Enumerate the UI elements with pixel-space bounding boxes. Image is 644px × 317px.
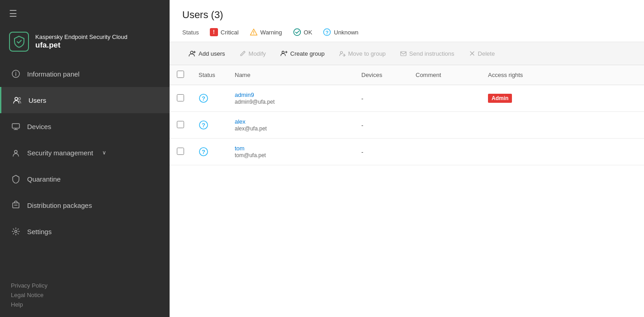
users-icon (12, 95, 22, 105)
critical-icon: ! (210, 28, 218, 36)
help-link[interactable]: Help (11, 301, 159, 308)
users-table: Status Name Devices Comment Access right… (170, 65, 644, 165)
row-access-rights (481, 139, 644, 165)
col-header-devices: Devices (354, 65, 408, 85)
sidebar-item-devices[interactable]: Devices (0, 113, 170, 139)
hamburger-menu[interactable]: ☰ (0, 0, 170, 27)
row-checkbox[interactable] (177, 121, 184, 128)
row-comment (408, 139, 481, 165)
row-devices: - (354, 112, 408, 139)
sidebar-navigation: Information panel Users D (0, 61, 170, 273)
quarantine-icon (11, 174, 21, 184)
col-header-name: Name (227, 65, 354, 85)
sidebar-item-quarantine[interactable]: Quarantine (0, 166, 170, 192)
col-header-access-rights: Access rights (481, 65, 644, 85)
row-status: ? (191, 85, 227, 112)
user-link[interactable]: alex (235, 118, 347, 125)
status-unknown: ? Unknown (323, 28, 358, 36)
row-status: ? (191, 112, 227, 139)
info-icon (11, 69, 21, 79)
brand-logo (9, 32, 29, 52)
users-table-container: Status Name Devices Comment Access right… (170, 65, 644, 317)
user-email: admin9@ufa.pet (235, 99, 347, 105)
move-icon (339, 50, 346, 57)
unknown-icon: ? (323, 28, 331, 36)
row-checkbox[interactable] (177, 148, 184, 155)
brand-domain: ufa.pet (35, 41, 128, 50)
privacy-policy-link[interactable]: Privacy Policy (11, 282, 159, 289)
add-user-icon (189, 50, 196, 57)
sidebar-item-security-management[interactable]: Security management ∨ (0, 139, 170, 166)
svg-point-23 (340, 52, 342, 54)
status-bar: Status ! Critical Warning (182, 28, 631, 36)
add-users-label: Add users (199, 50, 225, 57)
legal-notice-link[interactable]: Legal Notice (11, 292, 159, 298)
row-name: admin9admin9@ufa.pet (227, 85, 354, 112)
move-to-group-button[interactable]: Move to group (333, 47, 392, 60)
svg-text:?: ? (202, 122, 205, 129)
sidebar-item-users[interactable]: Users (0, 87, 170, 113)
user-link[interactable]: admin9 (235, 91, 347, 98)
row-devices: - (354, 85, 408, 112)
sidebar: ☰ Kaspersky Endpoint Security Cloud ufa.… (0, 0, 170, 317)
user-link[interactable]: tom (235, 145, 347, 152)
row-name: alexalex@ufa.pet (227, 112, 354, 139)
svg-point-3 (15, 97, 18, 100)
sidebar-item-information-panel[interactable]: Information panel (0, 61, 170, 87)
brand-section: Kaspersky Endpoint Security Cloud ufa.pe… (0, 27, 170, 61)
move-to-group-label: Move to group (348, 50, 386, 57)
status-critical: ! Critical (210, 28, 239, 36)
send-instructions-button[interactable]: Send instructions (394, 47, 461, 60)
main-content: Users (3) Status ! Critical Warning (170, 0, 644, 317)
delete-label: Delete (478, 50, 495, 57)
user-email: alex@ufa.pet (235, 125, 347, 132)
modify-label: Modify (249, 50, 266, 57)
ok-label: OK (304, 29, 313, 36)
add-group-icon (280, 50, 288, 57)
table-row: ?admin9admin9@ufa.pet-Admin (170, 85, 644, 112)
svg-point-2 (15, 72, 16, 73)
sidebar-item-label: Security management (27, 149, 93, 157)
select-all-checkbox[interactable] (177, 71, 184, 78)
chevron-down-icon: ∨ (102, 149, 106, 156)
brand-product-name: Kaspersky Endpoint Security Cloud (35, 34, 128, 41)
critical-label: Critical (221, 29, 239, 36)
settings-icon (11, 226, 21, 236)
toolbar: Add users Modify Create group (170, 42, 644, 65)
sidebar-item-label: Information panel (27, 70, 80, 78)
col-header-status: Status (191, 65, 227, 85)
unknown-status-icon: ? (199, 147, 208, 157)
sidebar-item-label: Devices (27, 123, 51, 130)
row-comment (408, 112, 481, 139)
status-warning: Warning (250, 28, 282, 36)
create-group-button[interactable]: Create group (274, 47, 331, 60)
svg-point-14 (294, 29, 300, 36)
warning-icon (250, 28, 258, 36)
delete-button[interactable]: Delete (463, 47, 502, 60)
security-icon (11, 148, 21, 158)
ok-icon (293, 28, 301, 36)
packages-icon (11, 200, 21, 210)
svg-rect-5 (12, 124, 19, 128)
edit-icon (240, 50, 246, 57)
page-title: Users (3) (182, 9, 631, 21)
svg-point-17 (190, 51, 193, 54)
sidebar-item-distribution-packages[interactable]: Distribution packages (0, 192, 170, 218)
sidebar-item-label: Distribution packages (27, 202, 92, 209)
send-instructions-label: Send instructions (409, 50, 455, 57)
sidebar-item-label: Users (28, 96, 46, 104)
svg-point-4 (19, 98, 21, 100)
modify-button[interactable]: Modify (233, 47, 272, 60)
user-email: tom@ufa.pet (235, 152, 347, 158)
add-users-button[interactable]: Add users (182, 47, 232, 60)
svg-point-20 (282, 51, 284, 53)
admin-badge: Admin (488, 94, 512, 103)
sidebar-item-settings[interactable]: Settings (0, 218, 170, 245)
brand-text: Kaspersky Endpoint Security Cloud ufa.pe… (35, 34, 128, 50)
status-ok: OK (293, 28, 313, 36)
col-header-comment: Comment (408, 65, 481, 85)
svg-point-11 (15, 231, 17, 233)
sidebar-item-label: Settings (27, 228, 52, 235)
sidebar-footer: Privacy Policy Legal Notice Help (0, 273, 170, 317)
row-checkbox[interactable] (177, 94, 184, 101)
